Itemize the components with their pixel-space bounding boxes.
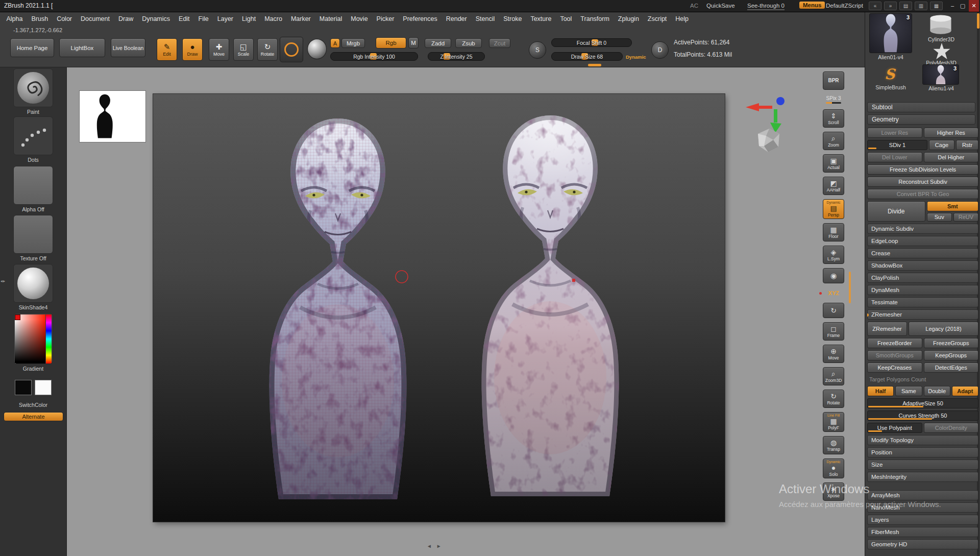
right-shelf-button[interactable]: ↻ [823, 303, 844, 318]
lower-res-button[interactable]: Lower Res [867, 128, 922, 138]
see-through-slider[interactable]: See-through 0 [747, 3, 785, 10]
right-shelf-button[interactable]: Dynamic ▤ Persp [823, 199, 844, 219]
menu-item[interactable]: Layer [213, 12, 237, 26]
freeze-subdivision-button[interactable]: Freeze SubDivision Levels [867, 164, 978, 175]
menu-item[interactable]: Render [442, 12, 471, 26]
right-shelf-button[interactable]: ⌕ Zoom3D [823, 367, 844, 385]
alien-tool-thumbnail[interactable]: 3 [922, 64, 959, 85]
right-shelf-button[interactable]: Line Fill ▦ PolyF [823, 412, 844, 432]
menu-item[interactable]: Stencil [471, 12, 499, 26]
double-toggle[interactable]: Double [924, 386, 950, 396]
titlebar-tool-icon[interactable]: » [884, 2, 897, 10]
right-shelf-button[interactable]: ↻ Rotate [823, 390, 844, 408]
switch-color-widget[interactable]: SwitchColor [0, 375, 66, 408]
default-zscript-button[interactable]: DefaultZScript [826, 3, 863, 9]
section-header[interactable]: Position [867, 447, 978, 457]
right-shelf-button[interactable]: SPix 3 [823, 94, 844, 105]
rgb-intensity-slider[interactable]: Rgb Intensity 100 [330, 52, 418, 61]
titlebar-tool-icon[interactable]: ▥ [915, 2, 927, 10]
draw-size-slider[interactable]: Draw Size 68 [551, 52, 623, 61]
right-shelf-button[interactable]: ◍ Transp [823, 436, 844, 454]
right-shelf-button[interactable]: ◈ L.Sym [823, 246, 844, 264]
palette-header[interactable]: NanoMesh [867, 502, 978, 513]
same-toggle[interactable]: Same [895, 386, 922, 396]
quicksave-button[interactable]: QuickSave [706, 3, 735, 9]
menus-toggle[interactable]: Menus [799, 2, 825, 9]
zremesher-section-header[interactable]: ZRemesher [867, 309, 978, 320]
zsub-button[interactable]: Zsub [455, 38, 482, 48]
menu-item[interactable]: Picker [372, 12, 399, 26]
menu-item[interactable]: Tool [556, 12, 576, 26]
divide-button[interactable]: Divide [867, 201, 925, 222]
right-shelf-button[interactable]: ◻ Frame [823, 322, 844, 341]
adapt-toggle[interactable]: Adapt [952, 386, 978, 396]
minimize-button[interactable]: – [947, 0, 958, 12]
section-header[interactable]: DynaMesh [867, 285, 978, 295]
del-lower-button[interactable]: Del Lower [867, 152, 922, 162]
convert-bpr-button[interactable]: Convert BPR To Geo [867, 189, 978, 199]
secondary-color-swatch[interactable] [35, 380, 52, 395]
draw-size-dynamic-button[interactable]: D [651, 41, 669, 59]
zadd-button[interactable]: Zadd [425, 38, 451, 48]
scale-mode-button[interactable]: ◱ Scale [233, 38, 254, 61]
right-shelf-button[interactable]: XYZ [823, 287, 844, 299]
color-picker[interactable]: Gradient [0, 313, 66, 372]
palette-header[interactable]: FiberMesh [867, 527, 978, 537]
zremesher-button[interactable]: ZRemesher [867, 322, 907, 336]
menu-item[interactable]: Movie [347, 12, 372, 26]
menu-item[interactable]: Draw [114, 12, 138, 26]
menu-item[interactable]: Material [315, 12, 346, 26]
palette-header[interactable]: Geometry HD [867, 539, 978, 549]
hue-strip[interactable] [46, 315, 52, 364]
right-shelf-button[interactable]: ∗ Xpose [823, 482, 844, 501]
freeze-border-toggle[interactable]: FreezeBorder [867, 338, 922, 348]
cage-button[interactable]: Cage [929, 140, 954, 150]
right-shelf-button[interactable]: Dynamic ● Solo [823, 458, 844, 478]
keep-groups-toggle[interactable]: KeepGroups [924, 350, 979, 360]
geometry-section-header[interactable]: Geometry [867, 114, 975, 125]
cylinder3d-tool[interactable] [926, 14, 955, 36]
zcut-button[interactable]: Zcut [489, 38, 510, 48]
right-shelf-button[interactable]: ⌕ Zoom [823, 132, 844, 150]
document-preview-thumbnail[interactable] [80, 91, 145, 142]
adaptive-size-slider[interactable]: AdaptiveSize 50 [867, 398, 978, 408]
document-scrollbar-thumb[interactable] [849, 272, 851, 303]
focal-shift-curve-button[interactable]: S [529, 41, 546, 59]
menu-item[interactable]: Dynamics [138, 12, 175, 26]
live-boolean-button[interactable]: Live Boolean [111, 38, 145, 57]
section-header[interactable]: Modify Topology [867, 435, 978, 445]
menu-item[interactable]: Zscript [643, 12, 671, 26]
smooth-groups-button[interactable]: SmoothGroups [867, 350, 922, 360]
sdiv-slider[interactable]: SDiv 1 [867, 140, 927, 150]
rgb-button[interactable]: Rgb [376, 37, 406, 49]
right-shelf-button[interactable]: ⊕ Move [823, 345, 844, 363]
menu-item[interactable]: Macro [260, 12, 287, 26]
legacy-2018-button[interactable]: Legacy (2018) [909, 322, 978, 336]
higher-res-button[interactable]: Higher Res [924, 128, 979, 138]
titlebar-tool-icon[interactable]: « [869, 2, 881, 10]
menu-item[interactable]: Transform [576, 12, 614, 26]
titlebar-tool-icon[interactable]: ▦ [930, 2, 943, 10]
reuv-button[interactable]: ReUV [953, 213, 978, 222]
close-button[interactable]: ✕ [969, 0, 979, 12]
section-header[interactable]: Crease [867, 248, 978, 258]
reconstruct-subdiv-button[interactable]: Reconstruct Subdiv [867, 177, 978, 187]
freeze-groups-toggle[interactable]: FreezeGroups [924, 338, 979, 348]
menu-item[interactable]: Marker [286, 12, 315, 26]
main-color-swatch[interactable] [15, 380, 32, 395]
active-tool-thumbnail[interactable]: 3 [869, 13, 912, 53]
color-density-button[interactable]: ColorDensity [924, 423, 979, 433]
lightbox-button[interactable]: LightBox [59, 38, 105, 57]
use-polypaint-slider[interactable]: Use Polypaint [867, 423, 922, 433]
m-button[interactable]: M [408, 37, 419, 49]
focal-shift-slider[interactable]: Focal Shift 0 [551, 38, 632, 47]
alpha-selector[interactable]: Alpha Off [0, 166, 66, 212]
mrgb-button[interactable]: Mrgb [341, 38, 365, 48]
suv-toggle[interactable]: Suv [927, 213, 952, 222]
rstr-button[interactable]: Rstr [956, 140, 978, 150]
rotate-mode-button[interactable]: ↻ Rotate [257, 38, 278, 61]
section-header[interactable]: Tessimate [867, 297, 978, 307]
titlebar-tool-icon[interactable]: ▤ [899, 2, 912, 10]
document-nav-arrows[interactable]: ◄ ► [427, 543, 443, 549]
draw-mode-button[interactable]: ● Draw [182, 38, 203, 61]
